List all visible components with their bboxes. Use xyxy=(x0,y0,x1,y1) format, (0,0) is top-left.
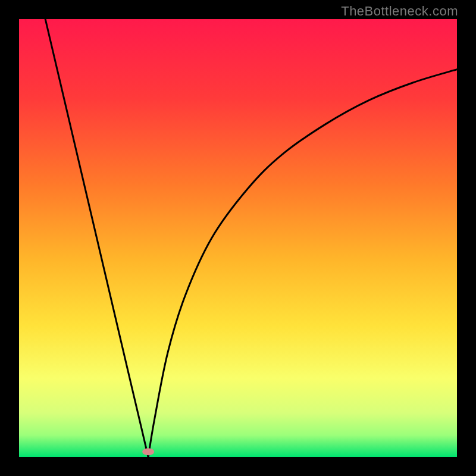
chart-svg xyxy=(19,19,457,457)
minimum-marker xyxy=(142,448,154,455)
chart-area xyxy=(19,19,457,457)
watermark-text: TheBottleneck.com xyxy=(341,4,458,19)
gradient-background xyxy=(19,19,457,457)
